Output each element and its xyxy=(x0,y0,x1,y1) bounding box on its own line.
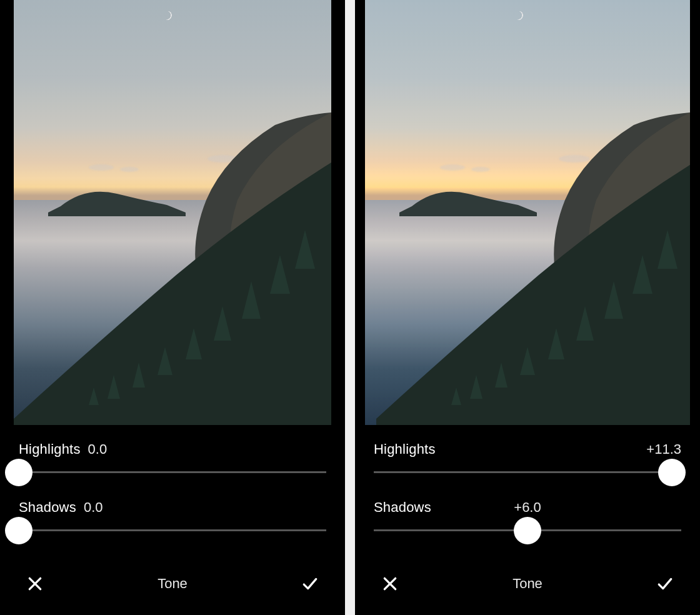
highlights-slider-block: Highlights +11.3 xyxy=(374,441,681,473)
shadows-slider-thumb[interactable] xyxy=(514,517,541,544)
footer-bar: Tone xyxy=(374,564,681,615)
highlights-value: +11.3 xyxy=(646,441,681,458)
forest-ridge xyxy=(14,162,331,425)
shadows-label: Shadows xyxy=(374,499,431,516)
image-preview xyxy=(0,0,345,425)
cancel-button[interactable] xyxy=(22,571,48,596)
highlights-slider-thumb[interactable] xyxy=(658,459,686,486)
confirm-button[interactable] xyxy=(298,571,322,596)
panel-title: Tone xyxy=(512,576,542,592)
shadows-slider-thumb[interactable] xyxy=(5,517,32,544)
forest-ridge xyxy=(372,162,690,425)
highlights-slider-block: Highlights 0.0 xyxy=(19,441,326,473)
photo-scene xyxy=(14,0,331,425)
shadows-slider[interactable] xyxy=(19,529,326,531)
shadows-value: 0.0 xyxy=(84,499,103,516)
tone-controls: Highlights +11.3 Shadows +6.0 Tone xyxy=(355,425,700,615)
highlights-label: Highlights xyxy=(374,441,436,458)
x-icon xyxy=(27,576,43,592)
x-icon xyxy=(382,576,398,592)
panel-title: Tone xyxy=(158,576,188,592)
shadows-slider-block: Shadows +6.0 xyxy=(374,499,681,531)
shadows-value: +6.0 xyxy=(514,499,541,516)
image-preview xyxy=(355,0,700,425)
highlights-label: Highlights xyxy=(19,441,81,458)
check-icon xyxy=(301,576,319,592)
photo-scene xyxy=(365,0,690,425)
highlights-value: 0.0 xyxy=(88,441,108,458)
confirm-button[interactable] xyxy=(652,571,678,596)
check-icon xyxy=(656,576,674,592)
shadows-label: Shadows xyxy=(19,499,76,516)
highlights-slider-thumb[interactable] xyxy=(5,459,32,486)
editor-panel-after: Highlights +11.3 Shadows +6.0 Tone xyxy=(355,0,700,615)
tone-controls: Highlights 0.0 Shadows 0.0 Tone xyxy=(0,425,345,615)
cancel-button[interactable] xyxy=(378,571,402,596)
highlights-slider[interactable] xyxy=(19,471,326,473)
highlights-slider[interactable] xyxy=(374,471,681,473)
shadows-slider-block: Shadows 0.0 xyxy=(19,499,326,531)
shadows-slider[interactable] xyxy=(374,529,681,531)
editor-panel-before: Highlights 0.0 Shadows 0.0 Tone xyxy=(0,0,345,615)
footer-bar: Tone xyxy=(19,564,326,615)
